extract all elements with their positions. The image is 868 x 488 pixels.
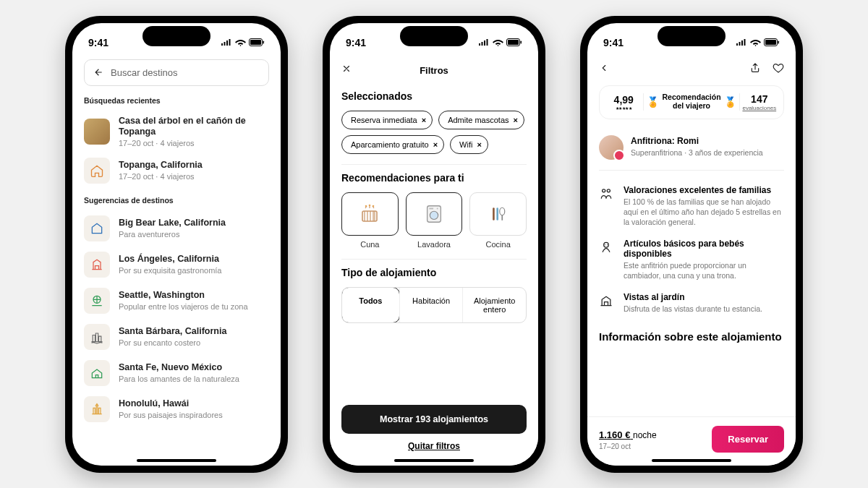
svg-point-8 — [365, 205, 367, 207]
suggestion-item[interactable]: Santa Fe, Nuevo MéxicoPara los amantes d… — [84, 355, 269, 391]
phone-search: 9:41 Buscar destinos Búsquedas recientes… — [65, 16, 288, 473]
destination-icon — [84, 324, 110, 350]
feature-row: Artículos básicos para bebés disponibles… — [599, 233, 784, 286]
search-placeholder: Buscar destinos — [111, 67, 178, 78]
price-dates: 17–20 oct — [599, 442, 657, 450]
suggestion-sub: Por su encanto costero — [119, 338, 226, 347]
recent-label: Búsquedas recientes — [84, 96, 269, 105]
seg-room[interactable]: Habitación — [399, 288, 463, 322]
suggestion-title: Santa Fe, Nuevo México — [119, 362, 239, 373]
filter-chip[interactable]: Reserva inmediata× — [341, 111, 433, 129]
suggestion-title: Los Ángeles, California — [119, 254, 221, 265]
back-button[interactable] — [599, 63, 609, 76]
chip-label: Admite mascotas — [448, 116, 509, 124]
suggestion-item[interactable]: Santa Bárbara, CaliforniaPor su encanto … — [84, 319, 269, 355]
seg-all[interactable]: Todos — [341, 287, 400, 323]
home-indicator — [652, 459, 731, 462]
filter-chip[interactable]: Aparcamiento gratuito× — [341, 135, 444, 154]
suggestion-item[interactable]: Los Ángeles, CaliforniaPor su exquisita … — [84, 247, 269, 283]
status-icons — [736, 38, 780, 46]
recent-sub: 17–20 oct · 4 viajeros — [119, 172, 203, 181]
suggestion-sub: Por sus paisajes inspiradores — [119, 411, 223, 419]
feature-sub: El 100 % de las familias que se han aloj… — [624, 197, 784, 228]
reserve-button[interactable]: Reservar — [712, 426, 784, 453]
feature-title: Artículos básicos para bebés disponibles — [624, 239, 784, 259]
selected-heading: Seleccionados — [341, 90, 527, 102]
notch — [658, 26, 726, 46]
destination-icon — [84, 396, 110, 422]
notch — [142, 26, 210, 46]
family-icon — [599, 185, 615, 228]
svg-point-14 — [437, 207, 438, 209]
house-icon — [84, 158, 110, 184]
suggestion-sub: Por su exquisita gastronomía — [119, 266, 221, 275]
svg-point-25 — [605, 244, 605, 245]
svg-rect-18 — [501, 215, 503, 220]
svg-point-26 — [607, 244, 608, 245]
recent-item[interactable]: Casa del árbol en el cañón de Topanga 17… — [84, 111, 269, 153]
recommendations-heading: Recomendaciones para ti — [341, 172, 527, 184]
search-input[interactable]: Buscar destinos — [84, 59, 269, 86]
suggestion-item[interactable]: Seattle, WashingtonPopular entre los via… — [84, 283, 269, 319]
suggestion-sub: Para aventureros — [119, 230, 226, 239]
reviews-count: 147 — [740, 93, 779, 105]
info-heading: Información sobre este alojamiento — [599, 330, 784, 344]
recent-title: Topanga, California — [119, 160, 203, 171]
modal-title: Filtros — [420, 65, 448, 76]
rec-card-washer[interactable] — [406, 192, 463, 236]
svg-point-12 — [430, 211, 438, 219]
suggestion-item[interactable]: Big Bear Lake, CaliforniaPara aventurero… — [84, 210, 269, 247]
stars-icon: ★★★★★ — [604, 106, 643, 111]
destination-icon — [84, 252, 110, 278]
seg-entire[interactable]: Alojamiento entero — [462, 288, 526, 322]
filter-chip[interactable]: Admite mascotas× — [438, 111, 524, 129]
chip-label: Aparcamiento gratuito — [351, 140, 429, 149]
rec-label: Cuna — [341, 240, 399, 249]
clear-filters-link[interactable]: Quitar filtros — [341, 441, 527, 451]
laurel-left-icon: 🏅 — [647, 96, 659, 108]
chip-remove-icon[interactable]: × — [477, 140, 481, 149]
svg-rect-13 — [429, 207, 433, 209]
treehouse-thumb-icon — [84, 119, 110, 145]
baby-icon — [599, 239, 615, 281]
recent-item[interactable]: Topanga, California 17–20 oct · 4 viajer… — [84, 153, 269, 189]
chip-remove-icon[interactable]: × — [422, 116, 426, 124]
share-icon[interactable] — [749, 62, 761, 77]
status-icons — [221, 38, 265, 46]
award-label: Recomendación del viajero — [662, 93, 720, 110]
phone-filters: 9:41 Filtros Seleccionados Reserva inmed… — [323, 16, 545, 473]
destination-icon — [84, 288, 110, 314]
reviews-label[interactable]: evaluaciones — [740, 105, 779, 111]
price[interactable]: 1.160 € noche — [599, 429, 657, 440]
rec-card-kitchen[interactable] — [469, 192, 527, 236]
rec-label: Cocina — [469, 240, 527, 249]
host-avatar — [599, 135, 624, 160]
status-time: 9:41 — [88, 37, 109, 48]
show-results-button[interactable]: Mostrar 193 alojamientos — [341, 405, 527, 434]
rating-value: 4,99 — [604, 94, 643, 106]
home-indicator — [394, 459, 474, 462]
suggestion-title: Seattle, Washington — [119, 290, 248, 301]
chip-remove-icon[interactable]: × — [433, 140, 438, 149]
suggestion-item[interactable]: Honolulú, HawáiPor sus paisajes inspirad… — [84, 391, 269, 427]
destination-icon — [84, 215, 110, 241]
laurel-right-icon: 🏅 — [724, 96, 736, 108]
crib-icon — [358, 202, 381, 226]
close-icon[interactable] — [341, 64, 352, 77]
heart-icon[interactable] — [773, 62, 784, 77]
phone-listing: 9:41 4,99 ★★★★★ 🏅 — [580, 16, 803, 473]
svg-rect-21 — [778, 41, 780, 44]
destination-icon — [84, 360, 110, 386]
kitchen-icon — [488, 203, 509, 225]
back-arrow-icon — [93, 67, 103, 77]
chip-remove-icon[interactable]: × — [514, 116, 518, 124]
svg-point-22 — [603, 189, 605, 192]
rec-card-crib[interactable] — [341, 192, 399, 236]
feature-sub: Este anfitrión puede proporcionar un cam… — [624, 260, 784, 281]
filter-chip[interactable]: Wifi× — [450, 135, 488, 154]
home-indicator — [137, 459, 216, 462]
host-sub: Superanfitriona · 3 años de experiencia — [631, 147, 763, 158]
host-row[interactable]: Anfitriona: Romi Superanfitriona · 3 año… — [599, 129, 784, 171]
svg-point-17 — [499, 207, 504, 215]
svg-rect-15 — [493, 207, 495, 221]
